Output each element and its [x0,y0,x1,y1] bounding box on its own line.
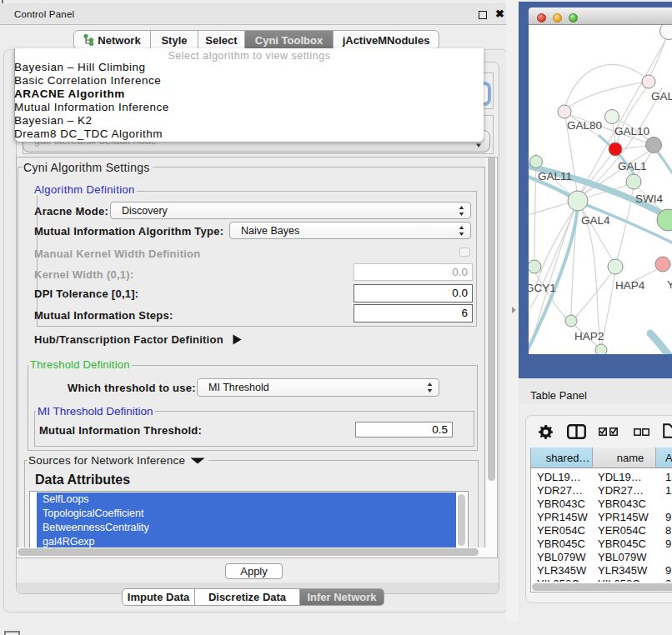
svg-text:SWI4: SWI4 [635,192,663,205]
svg-text:GAL10: GAL10 [614,125,649,138]
svg-text:HAP2: HAP2 [574,330,604,342]
svg-text:GAL2: GAL2 [651,90,672,102]
svg-text:GCY1: GCY1 [529,282,556,294]
svg-text:GAL1: GAL1 [618,160,647,172]
svg-text:GAL4: GAL4 [581,214,610,227]
svg-text:GAL80: GAL80 [567,119,602,132]
svg-text:GAL11: GAL11 [538,170,572,182]
svg-text:HAP4: HAP4 [615,279,645,292]
svg-text:Y: Y [667,278,672,291]
